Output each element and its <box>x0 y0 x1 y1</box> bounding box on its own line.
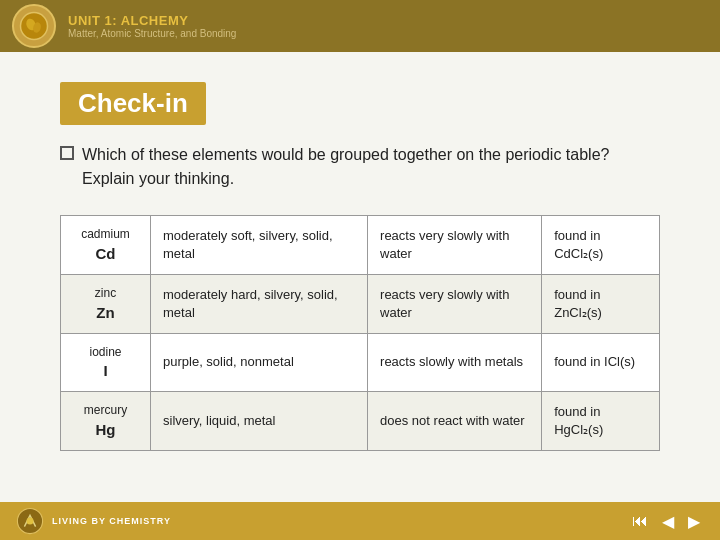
property-cell: moderately soft, silvery, solid, metal <box>151 216 368 275</box>
element-name: mercury <box>73 402 138 419</box>
property-cell: purple, solid, nonmetal <box>151 333 368 392</box>
reaction-cell: reacts slowly with metals <box>368 333 542 392</box>
element-name: zinc <box>73 285 138 302</box>
element-cell: mercuryHg <box>61 392 151 451</box>
table-row: zincZnmoderately hard, silvery, solid, m… <box>61 274 660 333</box>
footer-logo-icon <box>16 507 44 535</box>
question-block: Which of these elements would be grouped… <box>60 143 660 191</box>
element-cell: cadmiumCd <box>61 216 151 275</box>
compound-cell: found in ZnCl₂(s) <box>542 274 660 333</box>
nav-first-button[interactable]: ⏮ <box>628 510 652 532</box>
elements-table: cadmiumCdmoderately soft, silvery, solid… <box>60 215 660 451</box>
compound-cell: found in ICl(s) <box>542 333 660 392</box>
reaction-cell: reacts very slowly with water <box>368 274 542 333</box>
header-logo <box>12 4 56 48</box>
property-cell: moderately hard, silvery, solid, metal <box>151 274 368 333</box>
footer-brand: LIVING BY CHEMISTRY <box>52 516 171 526</box>
footer-nav[interactable]: ⏮ ◀ ▶ <box>628 510 704 533</box>
svg-point-4 <box>27 518 34 525</box>
header-subtitle: Matter, Atomic Structure, and Bonding <box>68 28 236 39</box>
element-symbol: I <box>73 360 138 381</box>
element-name: cadmium <box>73 226 138 243</box>
footer-logo: LIVING BY CHEMISTRY <box>16 507 171 535</box>
unit-label: UNIT 1: ALCHEMY <box>68 13 236 28</box>
header-text: UNIT 1: ALCHEMY Matter, Atomic Structure… <box>68 13 236 39</box>
nav-next-button[interactable]: ▶ <box>684 510 704 533</box>
header-bar: UNIT 1: ALCHEMY Matter, Atomic Structure… <box>0 0 720 52</box>
checkin-title: Check-in <box>60 82 206 125</box>
table-row: mercuryHgsilvery, liquid, metaldoes not … <box>61 392 660 451</box>
main-content: Check-in Which of these elements would b… <box>0 52 720 471</box>
compound-cell: found in HgCl₂(s) <box>542 392 660 451</box>
element-symbol: Zn <box>73 302 138 323</box>
reaction-cell: reacts very slowly with water <box>368 216 542 275</box>
element-cell: iodineI <box>61 333 151 392</box>
footer: LIVING BY CHEMISTRY ⏮ ◀ ▶ <box>0 502 720 540</box>
question-text: Which of these elements would be grouped… <box>82 143 660 191</box>
property-cell: silvery, liquid, metal <box>151 392 368 451</box>
nav-prev-button[interactable]: ◀ <box>658 510 678 533</box>
reaction-cell: does not react with water <box>368 392 542 451</box>
checkbox-indicator <box>60 146 74 160</box>
element-symbol: Hg <box>73 419 138 440</box>
element-name: iodine <box>73 344 138 361</box>
element-symbol: Cd <box>73 243 138 264</box>
table-row: cadmiumCdmoderately soft, silvery, solid… <box>61 216 660 275</box>
table-row: iodineIpurple, solid, nonmetalreacts slo… <box>61 333 660 392</box>
compound-cell: found in CdCl₂(s) <box>542 216 660 275</box>
element-cell: zincZn <box>61 274 151 333</box>
